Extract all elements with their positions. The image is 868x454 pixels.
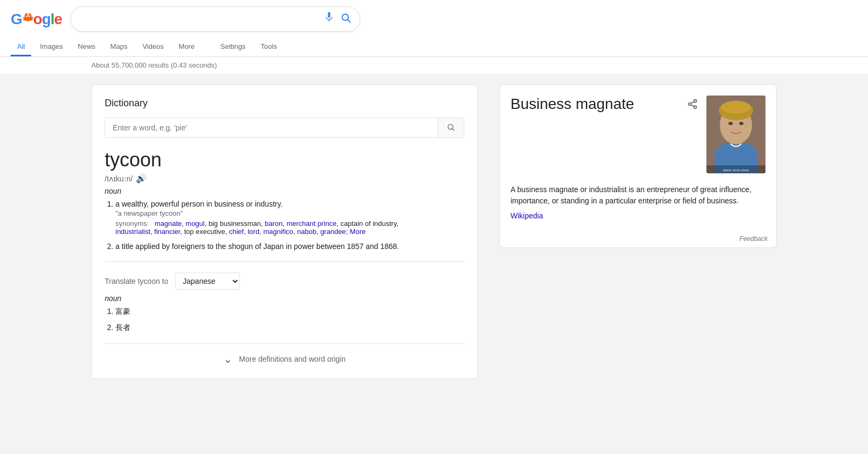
translate-row: Translate tycoon to Japanese Spanish Fre…	[105, 273, 464, 290]
svg-point-15	[728, 122, 733, 125]
main-content: Dictionary tycoon /tʌɪkuːn/ 🔊 noun	[0, 74, 868, 390]
svg-point-6	[694, 100, 697, 102]
mic-icon[interactable]	[324, 11, 334, 27]
sound-icon[interactable]: 🔊	[136, 173, 147, 184]
search-bar-icons	[324, 11, 351, 27]
header: G 🦀 o g l e tycoon	[0, 0, 868, 57]
logo-l: l	[50, 11, 54, 28]
tab-news[interactable]: News	[71, 38, 102, 56]
dictionary-card: Dictionary tycoon /tʌɪkuːn/ 🔊 noun	[91, 84, 478, 379]
more-definitions-button[interactable]: ⌄ More definitions and word origin	[105, 343, 464, 365]
svg-point-8	[694, 106, 697, 108]
translate-label: Translate tycoon to	[105, 277, 169, 285]
svg-text:alamy stock photo: alamy stock photo	[723, 169, 749, 172]
dictionary-search-button[interactable]	[437, 118, 464, 137]
synonym-lord[interactable]: lord	[247, 228, 259, 236]
chevron-down-icon: ⌄	[223, 353, 232, 365]
translation-2: 長者	[115, 323, 464, 333]
translation-pos: noun	[105, 294, 464, 303]
svg-line-3	[348, 20, 351, 23]
side-panel-body: A business magnate or industrialist is a…	[500, 184, 776, 229]
definition-2-text: a title applied by foreigners to the sho…	[115, 242, 399, 251]
tab-settings[interactable]: Settings	[214, 38, 252, 56]
word-heading: tycoon	[105, 149, 464, 171]
feedback-link[interactable]: Feedback	[739, 235, 768, 243]
logo-e: e	[54, 11, 62, 28]
google-logo[interactable]: G 🦀 o g l e	[11, 11, 62, 28]
synonyms-more-link[interactable]: More	[350, 228, 366, 236]
svg-point-16	[739, 122, 743, 125]
synonyms-row: synonyms: magnate, mogul, big businessma…	[115, 219, 464, 236]
side-column: Business magnate	[499, 84, 777, 379]
definition-1-text: a wealthy, powerful person in business o…	[115, 200, 283, 208]
translation-1: 富豪	[115, 307, 464, 317]
synonym-merchant-prince[interactable]: merchant prince	[287, 219, 337, 228]
tab-all[interactable]: All	[11, 38, 31, 56]
svg-line-10	[691, 101, 694, 103]
phonetic: /tʌɪkuːn/ 🔊	[105, 173, 464, 184]
results-count: About 55,700,000 results (0.43 seconds)	[0, 57, 868, 74]
svg-point-7	[689, 103, 691, 106]
synonym-grandee[interactable]: grandee	[320, 228, 346, 236]
tab-more[interactable]: More	[172, 38, 201, 56]
knowledge-panel: Business magnate	[499, 84, 777, 248]
synonym-magnate[interactable]: magnate	[155, 219, 182, 228]
logo-o1: o	[33, 11, 42, 28]
definition-1: a wealthy, powerful person in business o…	[115, 200, 464, 236]
translate-section: Translate tycoon to Japanese Spanish Fre…	[105, 261, 464, 333]
part-of-speech: noun	[105, 187, 464, 195]
svg-point-14	[721, 101, 751, 114]
logo-g: g	[42, 11, 50, 28]
synonym-mogul[interactable]: mogul	[186, 219, 205, 228]
synonym-chief[interactable]: chief	[229, 228, 244, 236]
main-column: Dictionary tycoon /tʌɪkuːn/ 🔊 noun	[91, 84, 478, 379]
more-defs-label: More definitions and word origin	[239, 355, 345, 363]
svg-line-9	[691, 105, 694, 106]
synonym-financier[interactable]: financier	[154, 228, 180, 236]
dictionary-input-row	[105, 118, 464, 138]
tab-images[interactable]: Images	[33, 38, 69, 56]
search-button[interactable]	[340, 12, 351, 26]
language-select[interactable]: Japanese Spanish French German Chinese	[175, 273, 240, 290]
dictionary-title: Dictionary	[105, 98, 464, 109]
search-input[interactable]: tycoon	[79, 14, 324, 24]
svg-line-5	[453, 128, 454, 130]
synonym-magnifico[interactable]: magnifico	[263, 228, 293, 236]
svg-rect-0	[328, 12, 331, 18]
synonym-industrialist[interactable]: industrialist	[115, 228, 150, 236]
nav-tabs: All Images News Maps Videos More Setting…	[11, 36, 857, 56]
synonym-baron[interactable]: baron	[265, 219, 282, 228]
synonyms-label: synonyms:	[115, 219, 149, 228]
definition-1-example: "a newspaper tycoon"	[115, 209, 464, 217]
phonetic-text: /tʌɪkuːn/	[105, 174, 133, 183]
tab-tools[interactable]: Tools	[254, 38, 283, 56]
tab-videos[interactable]: Videos	[136, 38, 170, 56]
feedback-row: Feedback	[500, 229, 776, 247]
logo-crab-icon: 🦀	[22, 11, 33, 23]
definition-2: a title applied by foreigners to the sho…	[115, 242, 464, 251]
translations-list: 富豪 長者	[115, 307, 464, 333]
search-bar: tycoon	[70, 6, 360, 32]
synonym-nabob[interactable]: nabob	[297, 228, 316, 236]
tab-maps[interactable]: Maps	[104, 38, 134, 56]
definitions-list: a wealthy, powerful person in business o…	[115, 200, 464, 251]
logo-G: G	[11, 11, 22, 28]
side-panel-title-area: Business magnate	[510, 96, 679, 113]
dictionary-search-input[interactable]	[105, 118, 437, 137]
header-top: G 🦀 o g l e tycoon	[11, 6, 857, 36]
share-icon[interactable]	[687, 99, 698, 112]
side-panel-top: Business magnate	[500, 85, 776, 184]
side-panel-title: Business magnate	[510, 96, 679, 113]
side-panel-description: A business magnate or industrialist is a…	[510, 184, 765, 207]
wikipedia-link[interactable]: Wikipedia	[510, 211, 543, 220]
side-panel-image: alamy stock photo	[706, 96, 765, 173]
